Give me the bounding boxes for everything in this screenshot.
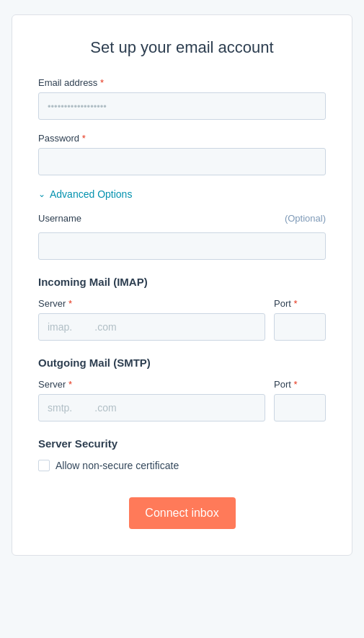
password-group: Password * •••••••••• bbox=[38, 133, 326, 175]
username-label: Username bbox=[38, 213, 81, 224]
chevron-down-icon: ⌄ bbox=[38, 189, 45, 199]
outgoing-port-input[interactable]: 587 bbox=[274, 394, 326, 421]
outgoing-server-label: Server * bbox=[38, 379, 265, 390]
allow-non-secure-label: Allow non-secure certificate bbox=[56, 460, 179, 471]
password-label: Password * bbox=[38, 133, 326, 144]
incoming-port-input[interactable]: 993 bbox=[274, 313, 326, 341]
incoming-server-input[interactable] bbox=[38, 313, 265, 341]
advanced-section: Username (Optional) Incoming Mail (IMAP)… bbox=[38, 213, 326, 471]
outgoing-server-row: Server * Port * 587 bbox=[38, 379, 326, 421]
incoming-mail-title: Incoming Mail (IMAP) bbox=[38, 276, 326, 288]
username-optional: (Optional) bbox=[285, 213, 326, 224]
username-input[interactable] bbox=[38, 232, 326, 260]
email-input[interactable] bbox=[38, 92, 326, 120]
outgoing-port-field: Port * 587 bbox=[274, 379, 326, 421]
outgoing-server-field: Server * bbox=[38, 379, 265, 421]
server-security-title: Server Security bbox=[38, 437, 326, 450]
connect-inbox-button[interactable]: Connect inbox bbox=[129, 497, 236, 529]
outgoing-server-input[interactable] bbox=[38, 394, 265, 421]
incoming-port-field: Port * 993 bbox=[274, 298, 326, 341]
setup-card: Set up your email account Email address … bbox=[12, 14, 352, 556]
incoming-port-label: Port * bbox=[274, 298, 326, 309]
incoming-server-row: Server * Port * 993 bbox=[38, 298, 326, 341]
page-title: Set up your email account bbox=[38, 38, 326, 57]
allow-non-secure-checkbox[interactable] bbox=[38, 460, 50, 471]
email-label: Email address * bbox=[38, 77, 326, 88]
username-group: Username (Optional) bbox=[38, 213, 326, 260]
password-input[interactable]: •••••••••• bbox=[38, 148, 326, 175]
incoming-server-field: Server * bbox=[38, 298, 265, 341]
outgoing-port-label: Port * bbox=[274, 379, 326, 390]
outgoing-mail-title: Outgoing Mail (SMTP) bbox=[38, 357, 326, 369]
advanced-options-label: Advanced Options bbox=[50, 188, 132, 200]
advanced-options-toggle[interactable]: ⌄ Advanced Options bbox=[38, 188, 326, 200]
incoming-server-label: Server * bbox=[38, 298, 265, 309]
allow-non-secure-row: Allow non-secure certificate bbox=[38, 460, 326, 471]
server-security-section: Server Security Allow non-secure certifi… bbox=[38, 437, 326, 471]
email-group: Email address * bbox=[38, 77, 326, 120]
